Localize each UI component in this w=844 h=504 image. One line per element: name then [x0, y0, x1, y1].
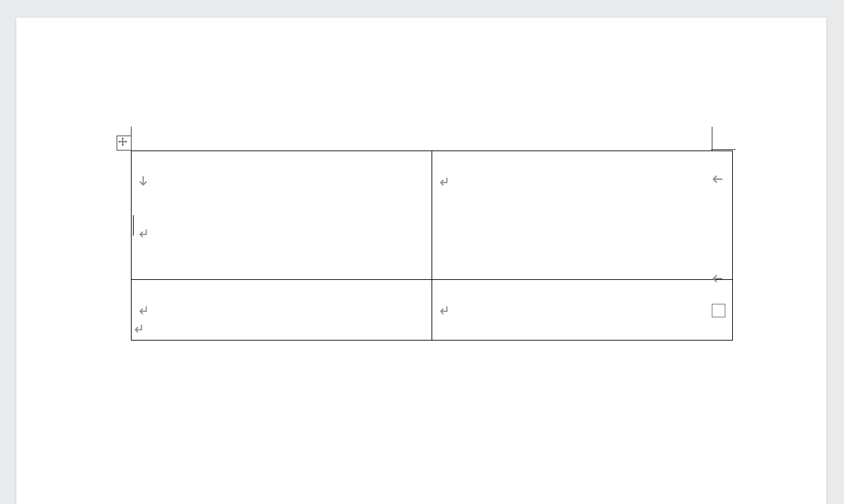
pilcrow-return-icon — [137, 304, 149, 317]
table-cell[interactable] — [132, 151, 432, 280]
move-icon — [118, 137, 130, 149]
paragraph-mark — [132, 323, 145, 338]
table-cell[interactable] — [432, 280, 733, 341]
document-page[interactable] — [16, 18, 826, 504]
column-guide-right — [712, 127, 712, 151]
table-row[interactable] — [132, 151, 733, 280]
pilcrow-return-icon — [438, 176, 450, 188]
newline-down-icon — [137, 176, 149, 188]
document-table[interactable] — [131, 151, 733, 341]
pilcrow-return-icon — [132, 323, 145, 335]
table-cell[interactable] — [132, 280, 432, 341]
row-end-mark — [711, 272, 723, 285]
table-resize-handle[interactable] — [712, 304, 725, 317]
table-row[interactable] — [132, 280, 733, 341]
pilcrow-return-icon — [137, 227, 149, 240]
table-cell[interactable] — [432, 151, 733, 280]
row-end-mark — [711, 173, 723, 185]
text-cursor — [133, 215, 134, 236]
table-move-handle[interactable] — [117, 136, 132, 151]
pilcrow-return-icon — [438, 304, 450, 317]
